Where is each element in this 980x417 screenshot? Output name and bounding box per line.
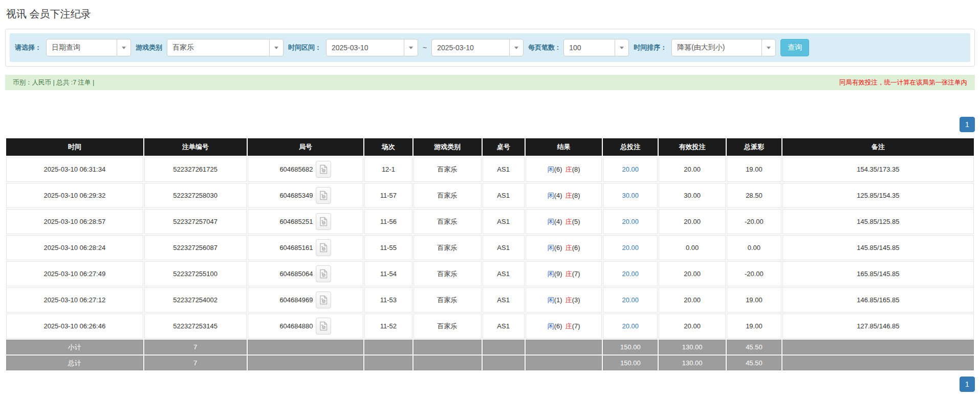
cell-table-no: AS1 — [483, 183, 525, 208]
cell-payout: -20.00 — [727, 261, 781, 286]
cell-result: 闲(6)庄(7) — [526, 314, 602, 339]
total-total-bet: 150.00 — [603, 356, 658, 370]
video-replay-button[interactable] — [316, 291, 331, 308]
cell-game-type: 百家乐 — [413, 261, 482, 286]
header-bet-id: 注单编号 — [144, 138, 247, 156]
total-bet-link[interactable]: 20.00 — [622, 270, 639, 278]
cell-table-no: AS1 — [483, 261, 525, 286]
cell-round-id: 604685251 — [248, 209, 363, 234]
video-replay-button[interactable] — [316, 265, 331, 282]
subtotal-count: 7 — [144, 340, 247, 355]
date-to-select[interactable]: 2025-03-10 — [431, 39, 524, 56]
header-total-bet: 总投注 — [603, 138, 658, 156]
result-banker-label: 庄 — [565, 192, 572, 199]
cell-time: 2025-03-10 06:31:34 — [6, 157, 143, 182]
result-player-score: (6) — [554, 165, 562, 173]
cell-result: 闲(4)庄(5) — [526, 209, 602, 234]
cell-payout: 19.00 — [727, 287, 781, 312]
table-row: 2025-03-10 06:29:32 522327258030 6046853… — [6, 183, 974, 208]
result-player-score: (9) — [554, 270, 562, 278]
sort-select[interactable]: 降冪(由大到小) — [671, 39, 776, 56]
cell-round-id: 604684969 — [248, 287, 363, 312]
cell-time: 2025-03-10 06:26:46 — [6, 314, 143, 339]
video-replay-button[interactable] — [316, 213, 331, 230]
search-button[interactable]: 查询 — [780, 39, 809, 56]
cell-bet-id: 522327261725 — [144, 157, 247, 182]
header-valid-bet: 有效投注 — [659, 138, 726, 156]
total-bet-link[interactable]: 20.00 — [622, 218, 639, 225]
video-replay-button[interactable] — [316, 239, 331, 256]
header-session: 场次 — [364, 138, 412, 156]
cell-bet-id: 522327257047 — [144, 209, 247, 234]
page: 视讯 会员下注纪录 请选择： 日期查询 游戏类别 百家乐 时间区间： 2025-… — [0, 0, 980, 392]
table-row: 2025-03-10 06:27:49 522327255100 6046850… — [6, 261, 974, 286]
bet-records-table: 时间 注单编号 局号 场次 游戏类别 桌号 结果 总投注 有效投注 总派彩 备注… — [5, 137, 975, 371]
date-to-value: 2025-03-10 — [432, 39, 509, 56]
cell-valid-bet: 20.00 — [659, 261, 726, 286]
game-type-select[interactable]: 百家乐 — [167, 39, 284, 56]
cell-round-id: 604685161 — [248, 235, 363, 260]
cell-session: 11-54 — [364, 261, 412, 286]
query-type-select[interactable]: 日期查询 — [46, 39, 131, 56]
result-player-label: 闲 — [548, 322, 554, 330]
cell-empty — [483, 340, 525, 355]
subtotal-payout: 45.50 — [727, 340, 781, 355]
cell-time: 2025-03-10 06:27:49 — [6, 261, 143, 286]
select-type-label: 请选择： — [15, 43, 41, 52]
cell-remark: 154.35/173.35 — [782, 157, 974, 182]
result-banker-score: (7) — [572, 322, 580, 330]
cell-empty — [364, 356, 412, 370]
cell-round-id: 604685349 — [248, 183, 363, 208]
cell-remark: 125.85/154.35 — [782, 183, 974, 208]
total-bet-link[interactable]: 30.00 — [622, 192, 639, 199]
total-bet-link[interactable]: 20.00 — [622, 322, 639, 330]
cell-table-no: AS1 — [483, 314, 525, 339]
cell-payout: -20.00 — [727, 209, 781, 234]
result-player-label: 闲 — [548, 244, 554, 252]
total-bet-link[interactable]: 20.00 — [622, 244, 639, 252]
result-banker-label: 庄 — [565, 270, 572, 278]
result-player-label: 闲 — [548, 192, 554, 199]
result-player-label: 闲 — [548, 270, 554, 278]
cell-game-type: 百家乐 — [413, 314, 482, 339]
cell-result: 闲(1)庄(3) — [526, 287, 602, 312]
cell-session: 11-52 — [364, 314, 412, 339]
video-replay-button[interactable] — [316, 187, 331, 204]
date-from-select[interactable]: 2025-03-10 — [326, 39, 418, 56]
cell-game-type: 百家乐 — [413, 209, 482, 234]
cell-payout: 28.50 — [727, 183, 781, 208]
cell-empty — [782, 356, 974, 370]
cell-remark: 145.85/125.85 — [782, 209, 974, 234]
cell-empty — [413, 340, 482, 355]
cell-round-id: 604685064 — [248, 261, 363, 286]
video-file-icon — [319, 217, 328, 226]
chevron-down-icon — [509, 39, 523, 56]
result-player-score: (6) — [554, 322, 562, 330]
cell-empty — [526, 356, 602, 370]
cell-game-type: 百家乐 — [413, 157, 482, 182]
cell-result: 闲(6)庄(6) — [526, 235, 602, 260]
total-bet-link[interactable]: 20.00 — [622, 165, 639, 173]
pagination-page-1[interactable]: 1 — [960, 117, 975, 132]
cell-round-id: 604684880 — [248, 314, 363, 339]
cell-game-type: 百家乐 — [413, 235, 482, 260]
cell-table-no: AS1 — [483, 287, 525, 312]
cell-round-id: 604685682 — [248, 157, 363, 182]
subtotal-total-bet: 150.00 — [603, 340, 658, 355]
video-replay-button[interactable] — [316, 318, 331, 335]
table-row: 2025-03-10 06:28:57 522327257047 6046852… — [6, 209, 974, 234]
total-row: 总计 7 150.00 130.00 45.50 — [6, 356, 974, 370]
pagination-page-1[interactable]: 1 — [960, 377, 975, 392]
cell-table-no: AS1 — [483, 235, 525, 260]
cell-valid-bet: 20.00 — [659, 209, 726, 234]
cell-result: 闲(4)庄(8) — [526, 183, 602, 208]
cell-empty — [248, 340, 363, 355]
result-player-score: (4) — [554, 218, 562, 225]
video-replay-button[interactable] — [316, 161, 331, 178]
currency-total-text: 币别：人民币 | 总共 :7 注单 | — [13, 78, 94, 87]
result-player-score: (6) — [554, 244, 562, 252]
round-id-text: 604684880 — [279, 322, 313, 330]
total-bet-link[interactable]: 20.00 — [622, 296, 639, 304]
result-banker-label: 庄 — [565, 165, 572, 173]
page-size-select[interactable]: 100 — [563, 39, 629, 56]
